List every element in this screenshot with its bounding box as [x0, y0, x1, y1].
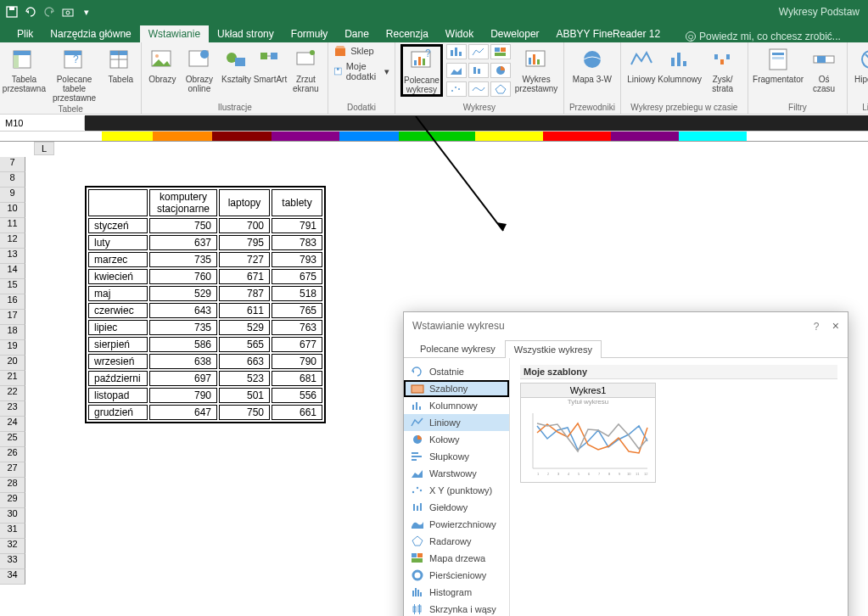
recommended-charts-button[interactable]: ?Polecane wykresy	[400, 44, 443, 97]
chart-type-radarowy[interactable]: Radarowy	[404, 533, 509, 550]
chart-type-koowy[interactable]: Kołowy	[404, 431, 509, 448]
store-button[interactable]: Sklep	[333, 44, 374, 58]
radar-chart-icon[interactable]	[490, 81, 511, 97]
dialog-close-icon[interactable]: ×	[832, 319, 839, 333]
svg-marker-43	[496, 85, 506, 93]
chart-type-szablony[interactable]: Szablony	[404, 380, 509, 397]
chart-type-kolumnowy[interactable]: Kolumnowy	[404, 397, 509, 414]
3dmap-button[interactable]: Mapa 3-W	[571, 44, 613, 86]
redo-icon[interactable]	[42, 5, 56, 19]
row-header[interactable]: 26	[0, 447, 25, 462]
row-header[interactable]: 13	[0, 249, 25, 264]
tab-view[interactable]: Widok	[437, 25, 482, 42]
surface-chart-icon[interactable]	[468, 81, 489, 97]
recommended-pivot-button[interactable]: ?Polecane tabele przestawne	[47, 44, 102, 104]
row-header[interactable]: 29	[0, 493, 25, 508]
chart-type-mapadrzewa[interactable]: Mapa drzewa	[404, 550, 509, 567]
row-header[interactable]: 7	[0, 157, 25, 172]
row-header[interactable]: 15	[0, 279, 25, 294]
row-header[interactable]: 32	[0, 539, 25, 554]
row-header[interactable]: 19	[0, 340, 25, 356]
dialog-tab-all[interactable]: Wszystkie wykresy	[505, 340, 602, 358]
tab-review[interactable]: Recenzja	[378, 25, 437, 42]
tab-file[interactable]: Plik	[8, 25, 42, 42]
row-header[interactable]: 34	[0, 569, 25, 585]
row-header[interactable]: 20	[0, 356, 25, 371]
hierarchy-chart-icon[interactable]	[490, 44, 511, 59]
sparkline-winloss-button[interactable]: Zysk/ strata	[703, 44, 742, 95]
svg-rect-21	[271, 53, 277, 59]
row-header[interactable]: 30	[0, 508, 25, 524]
chart-type-ostatnie[interactable]: Ostatnie	[404, 363, 509, 380]
row-header[interactable]: 8	[0, 172, 25, 188]
timeline-button[interactable]: Oś czasu	[806, 44, 842, 95]
table-button[interactable]: Tabela	[105, 44, 136, 86]
chart-type-liniowy[interactable]: Liniowy	[404, 414, 509, 431]
pivot-chart-button[interactable]: Wykres przestawny	[514, 44, 558, 95]
scatter-chart-icon[interactable]	[446, 81, 467, 97]
line-chart-icon[interactable]	[468, 44, 489, 59]
hyperlink-button[interactable]: Hiperlink	[853, 44, 868, 86]
pie-chart-icon[interactable]	[490, 63, 511, 78]
row-header[interactable]: 16	[0, 294, 25, 310]
template-thumbnail[interactable]: Wykres1 Tytuł wykresu 123456789101112	[520, 383, 656, 483]
sparkline-column-button[interactable]: Kolumnowy	[660, 44, 700, 86]
tab-home[interactable]: Narzędzia główne	[42, 25, 139, 42]
smartart-button[interactable]: SmartArt	[255, 44, 286, 86]
chart-type-warstwowy[interactable]: Warstwowy	[404, 465, 509, 482]
chart-type-xypunktowy[interactable]: X Y (punktowy)	[404, 482, 509, 499]
row-header[interactable]: 18	[0, 325, 25, 340]
screenshot-button[interactable]: Zrzut ekranu	[289, 44, 323, 95]
tell-me[interactable]: Q Powiedz mi, co chcesz zrobić...	[686, 31, 841, 42]
tab-insert[interactable]: Wstawianie	[140, 25, 209, 42]
group-tables: Tabela przestawna ?Polecane tabele przes…	[0, 42, 142, 114]
tab-data[interactable]: Dane	[336, 25, 378, 42]
row-header[interactable]: 24	[0, 417, 25, 432]
row-header[interactable]: 14	[0, 264, 25, 279]
row-header[interactable]: 9	[0, 188, 25, 203]
slicer-button[interactable]: Fragmentator	[753, 44, 803, 86]
row-header[interactable]: 12	[0, 233, 25, 249]
pivot-table-button[interactable]: Tabela przestawna	[5, 44, 43, 95]
row-header[interactable]: 27	[0, 462, 25, 478]
dialog-help-icon[interactable]: ?	[814, 321, 820, 333]
name-box[interactable]: M10	[0, 116, 85, 130]
column-chart-icon[interactable]	[446, 44, 467, 59]
row-header[interactable]: 17	[0, 310, 25, 325]
tab-formulas[interactable]: Formuły	[283, 25, 336, 42]
tab-abbyy[interactable]: ABBYY FineReader 12	[548, 25, 669, 42]
stat-chart-icon[interactable]	[468, 63, 489, 78]
row-header[interactable]: 25	[0, 432, 25, 447]
camera-icon[interactable]	[61, 5, 75, 19]
my-addins-button[interactable]: Moje dodatki ▾	[333, 61, 389, 81]
online-pictures-button[interactable]: Obrazy online	[181, 44, 217, 95]
undo-icon[interactable]	[24, 5, 37, 19]
tab-pagelayout[interactable]: Układ strony	[209, 25, 283, 42]
row-header[interactable]: 23	[0, 401, 25, 417]
area-chart-icon[interactable]	[446, 63, 467, 78]
chart-gallery[interactable]	[446, 44, 511, 98]
row-header[interactable]: 31	[0, 524, 25, 539]
row-header[interactable]: 22	[0, 386, 25, 401]
save-icon[interactable]	[5, 5, 19, 19]
shapes-button[interactable]: Kształty	[221, 44, 252, 86]
qat-dropdown-icon[interactable]: ▾	[80, 5, 93, 19]
formula-bar[interactable]	[85, 115, 868, 131]
row-header[interactable]: 28	[0, 478, 25, 493]
pictures-button[interactable]: Obrazy	[147, 44, 177, 86]
chart-type-giedowy[interactable]: Giełdowy	[404, 499, 509, 516]
dialog-tab-recommended[interactable]: Polecane wykresy	[411, 339, 505, 357]
chart-type-piercieniowy[interactable]: Pierścieniowy	[404, 567, 509, 584]
chart-type-histogram[interactable]: Histogram	[404, 584, 509, 601]
row-header[interactable]: 10	[0, 203, 25, 218]
row-header[interactable]: 21	[0, 371, 25, 386]
tab-developer[interactable]: Deweloper	[482, 25, 547, 42]
sparkline-line-button[interactable]: Liniowy	[626, 44, 657, 86]
chart-type-skrzynkaiwsy[interactable]: Skrzynka i wąsy	[404, 601, 509, 616]
row-header[interactable]: 11	[0, 218, 25, 233]
row-header[interactable]: 33	[0, 554, 25, 569]
col-header-L[interactable]: L	[34, 142, 54, 155]
chart-type-supkowy[interactable]: Słupkowy	[404, 448, 509, 465]
chart-type-powierzchniowy[interactable]: Powierzchniowy	[404, 516, 509, 533]
svg-rect-72	[412, 452, 418, 454]
